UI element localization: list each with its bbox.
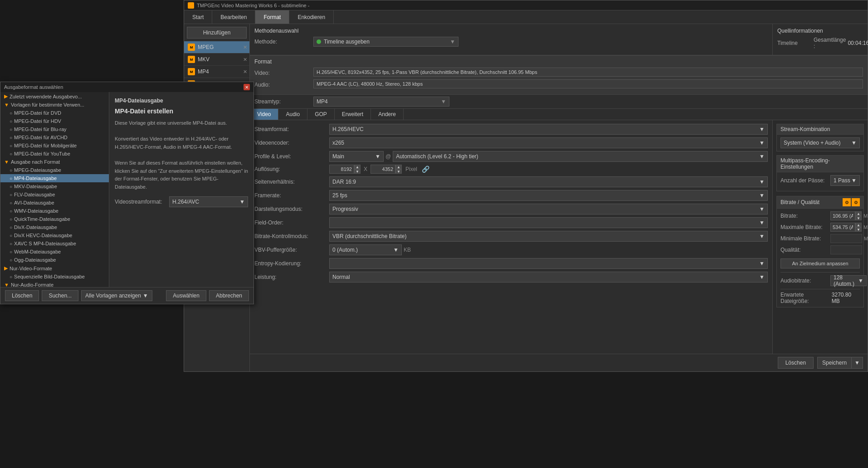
tree-item-youtube[interactable]: ○ MPEG-Datei für YouTube: [0, 150, 109, 158]
dialog-delete-button[interactable]: Löschen: [5, 290, 39, 301]
source-title: Quellinformationen: [777, 28, 863, 34]
add-button[interactable]: Hinzufügen: [187, 27, 247, 39]
format-item-mp4[interactable]: M MP4 ✕: [184, 66, 249, 78]
bitrate-icon-1[interactable]: ⚙: [843, 198, 851, 206]
dialog-search-button[interactable]: Suchen...: [42, 290, 78, 301]
maxbitrate-up[interactable]: ▲: [855, 223, 862, 227]
tree-item-xavc-ausgabe[interactable]: ○ XAVC S MP4-Dateiausgabe: [0, 239, 109, 248]
leistung-select[interactable]: Normal ▼: [329, 272, 768, 283]
delete-bottom-button[interactable]: Löschen: [778, 357, 814, 369]
bitrate-icons: ⚙ ⚙: [843, 198, 860, 206]
dialog-select-button[interactable]: Auswählen: [166, 290, 206, 301]
tree-item-video-formate[interactable]: ▶ Nur-Video-Formate: [0, 264, 109, 273]
vbv-select[interactable]: 0 (Autom.) ▼: [329, 244, 402, 255]
format-info: Format Video: H.265/HEVC, 8192x4352, 25 …: [250, 56, 868, 95]
width-down[interactable]: ▼: [354, 169, 361, 174]
bitrate-down[interactable]: ▼: [855, 216, 862, 220]
tree-item-dvd[interactable]: ○ MPEG-Datei für DVD: [0, 109, 109, 117]
videostream-select[interactable]: H.264/AVC ▼: [169, 196, 248, 207]
match-button[interactable]: An Zielmedium anpassen: [780, 258, 860, 268]
pixel-unit: Pixel: [405, 166, 417, 172]
tab-video[interactable]: Video: [250, 109, 278, 120]
display-select[interactable]: Progressiv ▼: [329, 204, 768, 214]
dialog-cancel-button[interactable]: Abbrechen: [209, 290, 249, 301]
source-type-label: Timeline: [777, 40, 814, 46]
profile-label: Profile & Level:: [254, 153, 329, 160]
resolution-inputs: ▲ ▼ X ▲ ▼: [329, 165, 429, 174]
bitrate-mode-select[interactable]: VBR (durchschnittliche Bitrate) ▼: [329, 231, 768, 242]
tree-item-wmv-ausgabe[interactable]: ○ WMV-Dateiausgabe: [0, 207, 109, 215]
format-item-mkv[interactable]: M MKV ✕: [184, 54, 249, 66]
tree-item-audio-formate[interactable]: ▼ Nur-Audio-Formate: [0, 281, 109, 287]
tab-start[interactable]: Start: [184, 10, 212, 24]
tree-item-divxhevc-ausgabe[interactable]: ○ DivX HEVC-Dateiausgabe: [0, 231, 109, 239]
streamformat-select[interactable]: H.265/HEVC ▼: [329, 124, 768, 135]
width-input[interactable]: [329, 165, 354, 174]
tree-item-ogg-ausgabe[interactable]: ○ Ogg-Dateiausgabe: [0, 256, 109, 264]
stream-combo-select[interactable]: System (Video + Audio) ▼: [780, 137, 860, 148]
tab-erweitert[interactable]: Erweitert: [335, 109, 371, 120]
multipass-section: Multipass-Encoding-Einstellungen Anzahl …: [776, 155, 864, 191]
tab-gop[interactable]: GOP: [307, 109, 335, 120]
tree-item-mpeg-ausgabe[interactable]: ○ MPEG-Dateiausgabe: [0, 166, 109, 174]
tree-item-mkv-ausgabe[interactable]: ○ MKV-Dateiausgabe: [0, 182, 109, 190]
tree-item-hdv[interactable]: ○ MPEG-Datei für HDV: [0, 117, 109, 125]
passes-select[interactable]: 1 Pass ▼: [830, 175, 860, 186]
format-item-mpeg[interactable]: M MPEG ✕: [184, 41, 249, 54]
entropy-select[interactable]: ▼: [329, 258, 768, 269]
tree-item-mp4-ausgabe[interactable]: ○ MP4-Dateiausgabe: [0, 174, 109, 182]
fieldorder-select[interactable]: ▼: [329, 217, 768, 228]
bitrate-input[interactable]: [830, 211, 855, 220]
tree-item-flv-ausgabe[interactable]: ○ FLV-Dateiausgabe: [0, 190, 109, 199]
height-spinner: ▲ ▼: [371, 165, 402, 174]
audio-bitrate-select[interactable]: 128 (Autom.) ▼: [830, 275, 867, 286]
format-close-mpeg[interactable]: ✕: [243, 44, 247, 50]
method-label: Methode:: [254, 39, 313, 45]
format-close-mkv[interactable]: ✕: [243, 57, 247, 63]
width-up[interactable]: ▲: [354, 165, 361, 169]
link-aspect-icon[interactable]: 🔗: [422, 166, 429, 173]
tab-enkodieren[interactable]: Enkodieren: [289, 10, 334, 24]
aspect-select[interactable]: DAR 16:9 ▼: [329, 176, 768, 187]
video-format-label: Video:: [254, 70, 313, 76]
bitrate-icon-2[interactable]: ⚙: [852, 198, 860, 206]
profile-select[interactable]: Main ▼: [329, 151, 384, 162]
stream-combo-title: Stream-Kombination: [777, 124, 863, 135]
level-select[interactable]: Automatisch (Level 6.2 - High tier) ▼: [393, 151, 768, 162]
tab-format[interactable]: Format: [255, 10, 289, 24]
tree-label-quicktime-ausgabe: QuickTime-Dateiausgabe: [14, 216, 70, 222]
save-dropdown-arrow[interactable]: ▼: [852, 357, 863, 369]
maxbitrate-down[interactable]: ▼: [855, 227, 862, 232]
bitrate-up[interactable]: ▲: [855, 211, 862, 216]
tab-bearbeiten[interactable]: Bearbeiten: [212, 10, 255, 24]
tree-item-mobilgerate[interactable]: ○ MPEG-Datei für Mobilgeräte: [0, 141, 109, 150]
tree-item-webm-ausgabe[interactable]: ○ WebM-Dateiausgabe: [0, 248, 109, 256]
method-dropdown[interactable]: Timeline ausgeben ▼: [313, 37, 458, 47]
dialog-close-button[interactable]: ✕: [244, 84, 250, 90]
display-row: Darstellungsmodus: Progressiv ▼: [254, 204, 768, 214]
all-templates-select[interactable]: Alle Vorlagen anzeigen ▼: [81, 290, 152, 301]
tree-item-recent[interactable]: ▶ Zuletzt verwendete Ausgabevo...: [0, 92, 109, 101]
tree-item-avi-ausgabe[interactable]: ○ AVI-Dateiausgabe: [0, 199, 109, 207]
tree-item-seq-bild[interactable]: ○ Sequenzielle Bild-Dateiausgabe: [0, 273, 109, 281]
videoencoder-select[interactable]: x265 ▼: [329, 137, 768, 148]
height-down[interactable]: ▼: [395, 169, 402, 174]
video-format-value: H.265/HEVC, 8192x4352, 25 fps, 1-Pass VB…: [313, 68, 863, 77]
tree-item-bluray[interactable]: ○ MPEG-Datei für Blu-ray: [0, 125, 109, 133]
save-button[interactable]: Speichern: [817, 357, 852, 369]
tab-audio[interactable]: Audio: [278, 109, 307, 120]
height-input[interactable]: [371, 165, 395, 174]
framerate-select[interactable]: 25 fps ▼: [329, 190, 768, 201]
tree-item-divx-ausgabe[interactable]: ○ DivX-Dateiausgabe: [0, 223, 109, 231]
streamtype-dropdown[interactable]: MP4 ▼: [313, 97, 449, 107]
tree-item-quicktime-ausgabe[interactable]: ○ QuickTime-Dateiausgabe: [0, 215, 109, 223]
height-up[interactable]: ▲: [395, 165, 402, 169]
tab-andere[interactable]: Andere: [371, 109, 404, 120]
tree-item-vorlagen[interactable]: ▼ Vorlagen für bestimmte Verwen...: [0, 101, 109, 109]
tree-item-ausgabe[interactable]: ▼ Ausgabe nach Format: [0, 158, 109, 166]
format-close-mp4[interactable]: ✕: [243, 69, 247, 75]
method-title: Methodenauswahl: [254, 28, 768, 34]
tree-item-avchd[interactable]: ○ MPEG-Datei für AVCHD: [0, 133, 109, 141]
aspect-row: Seitenverhältnis: DAR 16:9 ▼: [254, 176, 768, 187]
max-bitrate-input[interactable]: [830, 223, 855, 232]
